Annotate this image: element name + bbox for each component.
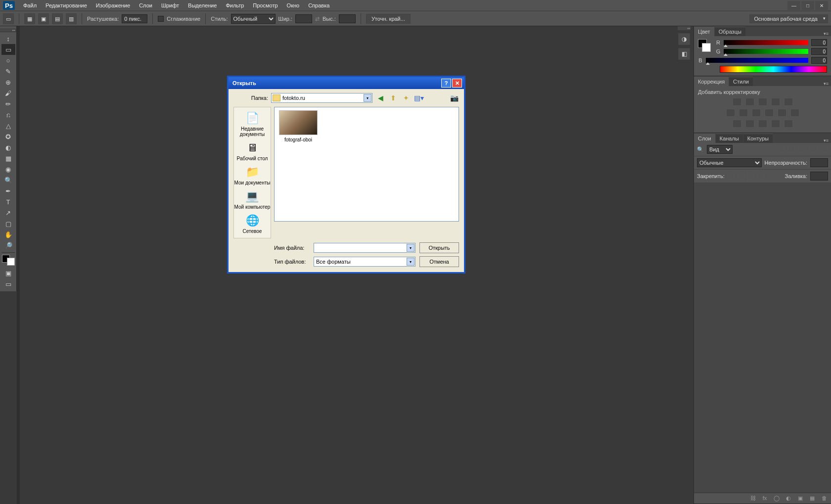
menu-file[interactable]: Файл — [19, 1, 41, 10]
group-icon[interactable]: ▣ — [796, 495, 804, 502]
place-documents[interactable]: 📁Мои документы — [234, 164, 271, 186]
refine-edge-button[interactable]: Уточн. край... — [366, 14, 411, 24]
g-value[interactable] — [811, 48, 827, 55]
nav-newfolder-icon[interactable]: ✦ — [401, 93, 411, 103]
tab-layers[interactable]: Слои — [694, 134, 715, 143]
adj-colorlookup-icon[interactable] — [790, 109, 799, 117]
adj-exposure-icon[interactable] — [771, 98, 780, 106]
opacity-input[interactable] — [810, 158, 828, 167]
filter-smart-icon[interactable] — [820, 146, 828, 153]
tab-paths[interactable]: Контуры — [743, 134, 773, 143]
filter-adjust-icon[interactable] — [787, 146, 795, 153]
tool-hand[interactable]: ✋ — [1, 229, 15, 240]
tool-gradient[interactable]: ▦ — [1, 153, 15, 164]
tool-lasso[interactable]: ○ — [1, 55, 15, 66]
filter-pixel-icon[interactable] — [777, 146, 785, 153]
r-slider[interactable] — [724, 40, 808, 45]
toolbox-collapse-handle[interactable] — [0, 28, 16, 32]
adj-gradientmap-icon[interactable] — [771, 120, 780, 128]
filename-combobox[interactable]: ▾ — [314, 243, 416, 253]
tab-channels[interactable]: Каналы — [716, 134, 743, 143]
dialog-help-button[interactable]: ? — [441, 79, 451, 88]
adj-threshold-icon[interactable] — [758, 120, 767, 128]
menu-window[interactable]: Окно — [282, 1, 304, 10]
tool-healing[interactable]: ✏ — [1, 98, 15, 109]
g-slider[interactable] — [724, 49, 808, 54]
place-desktop[interactable]: 🖥Рабочий стол — [237, 140, 268, 162]
b-slider[interactable] — [706, 58, 808, 63]
file-item[interactable]: fotograf-oboi — [277, 110, 319, 142]
menu-select[interactable]: Выделение — [184, 1, 221, 10]
tab-swatches[interactable]: Образцы — [715, 27, 745, 36]
nav-camera-icon[interactable]: 📷 — [449, 93, 459, 103]
new-layer-icon[interactable]: ▦ — [808, 495, 816, 502]
layer-filter-select[interactable]: Вид — [707, 145, 733, 154]
menu-help[interactable]: Справка — [304, 1, 334, 10]
mask-icon[interactable]: ◯ — [773, 495, 781, 502]
chevron-down-icon[interactable]: ▾ — [407, 244, 415, 252]
tool-pen[interactable]: ✒ — [1, 185, 15, 196]
folder-combobox[interactable]: fotokto.ru ▾ — [271, 93, 372, 103]
window-maximize[interactable]: □ — [801, 1, 814, 10]
menu-edit[interactable]: Редактирование — [41, 1, 92, 10]
tool-zoom[interactable]: 🔎 — [1, 240, 15, 251]
color-swatch[interactable] — [2, 255, 15, 266]
cancel-button[interactable]: Отмена — [419, 256, 459, 267]
tool-quickmask[interactable]: ▣ — [1, 268, 15, 278]
tool-history-brush[interactable]: ✪ — [1, 131, 15, 142]
tab-adjustments[interactable]: Коррекция — [694, 77, 729, 86]
adj-posterize-icon[interactable] — [745, 120, 754, 128]
lock-all-icon[interactable] — [757, 173, 764, 180]
tool-dodge[interactable]: 🔍 — [1, 175, 15, 185]
adj-levels-icon[interactable] — [745, 98, 754, 106]
search-icon[interactable]: 🔍 — [697, 146, 704, 153]
tool-clone[interactable]: △ — [1, 120, 15, 131]
tool-move[interactable]: ↕ — [1, 33, 15, 44]
workspace-dropdown[interactable]: Основная рабочая среда — [749, 14, 828, 23]
tool-path-select[interactable]: ↗ — [1, 207, 15, 218]
tool-magic-wand[interactable]: ✎ — [1, 66, 15, 77]
b-value[interactable] — [811, 57, 827, 64]
color-panel-swatch[interactable] — [698, 39, 711, 52]
color-panel-menu-icon[interactable]: ▾≡ — [821, 31, 831, 36]
adj-colorbalance-icon[interactable] — [739, 109, 748, 117]
chevron-down-icon[interactable]: ▾ — [407, 258, 415, 266]
menu-type[interactable]: Шрифт — [157, 1, 184, 10]
dialog-titlebar[interactable]: Открыть ? ✕ — [229, 77, 464, 89]
height-input[interactable] — [339, 14, 356, 23]
nav-back-icon[interactable]: ◀ — [375, 93, 385, 103]
selection-add-icon[interactable]: ▣ — [38, 13, 49, 24]
filter-type-icon[interactable] — [798, 146, 806, 153]
properties-panel-icon[interactable]: ◧ — [678, 48, 690, 60]
adj-brightness-icon[interactable] — [733, 98, 741, 106]
tool-shape[interactable]: ▢ — [1, 218, 15, 229]
tool-crop[interactable]: ⊕ — [1, 77, 15, 88]
selection-intersect-icon[interactable]: ▥ — [66, 13, 77, 24]
dialog-close-button[interactable]: ✕ — [452, 79, 462, 88]
menu-image[interactable]: Изображение — [92, 1, 135, 10]
spectrum-bar[interactable] — [720, 66, 827, 73]
menu-layers[interactable]: Слои — [135, 1, 157, 10]
adj-invert-icon[interactable] — [733, 120, 741, 128]
adj-curves-icon[interactable] — [758, 98, 767, 106]
blend-mode-select[interactable]: Обычные — [697, 158, 762, 167]
width-input[interactable] — [295, 14, 312, 23]
adj-selective-icon[interactable] — [784, 120, 793, 128]
tool-blur[interactable]: ◉ — [1, 164, 15, 175]
adjustment-layer-icon[interactable]: ◐ — [785, 495, 792, 502]
adj-bw-icon[interactable] — [752, 109, 761, 117]
selection-new-icon[interactable]: ▦ — [24, 13, 35, 24]
nav-up-icon[interactable]: ⬆ — [388, 93, 398, 103]
lock-position-icon[interactable] — [747, 173, 754, 180]
r-value[interactable] — [811, 39, 827, 46]
nav-views-icon[interactable]: ▤▾ — [414, 93, 424, 103]
tool-eraser[interactable]: ◐ — [1, 142, 15, 153]
adjustments-panel-menu-icon[interactable]: ▾≡ — [821, 81, 831, 86]
window-close[interactable]: ✕ — [815, 1, 828, 10]
layers-panel-menu-icon[interactable]: ▾≡ — [821, 138, 831, 143]
history-panel-icon[interactable]: ◑ — [678, 33, 690, 45]
adj-channelmixer-icon[interactable] — [778, 109, 786, 117]
file-list[interactable]: fotograf-oboi — [274, 107, 459, 222]
layers-list[interactable] — [694, 183, 831, 493]
adj-vibrance-icon[interactable] — [784, 98, 793, 106]
